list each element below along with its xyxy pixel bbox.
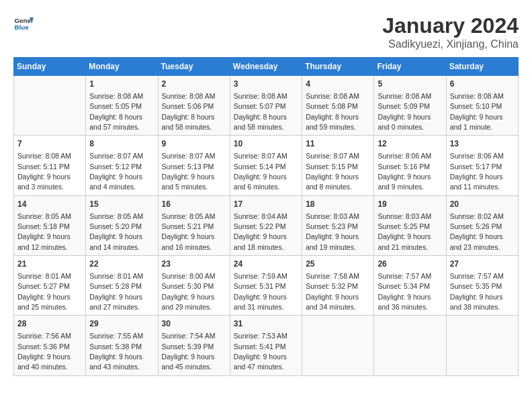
day-number: 28: [17, 318, 82, 330]
day-info: Sunrise: 8:08 AMSunset: 5:08 PMDaylight:…: [306, 92, 359, 131]
day-number: 13: [450, 138, 515, 150]
calendar-week-row: 1Sunrise: 8:08 AMSunset: 5:05 PMDaylight…: [14, 76, 519, 136]
calendar-cell: 27Sunrise: 7:57 AMSunset: 5:35 PMDayligh…: [446, 256, 518, 316]
day-info: Sunrise: 7:55 AMSunset: 5:38 PMDaylight:…: [89, 332, 143, 371]
day-info: Sunrise: 8:06 AMSunset: 5:16 PMDaylight:…: [378, 152, 431, 191]
calendar-cell: 25Sunrise: 7:58 AMSunset: 5:32 PMDayligh…: [302, 256, 374, 316]
day-of-week-header: Friday: [374, 58, 446, 76]
day-info: Sunrise: 7:59 AMSunset: 5:31 PMDaylight:…: [234, 272, 287, 311]
calendar-cell: 15Sunrise: 8:05 AMSunset: 5:20 PMDayligh…: [86, 195, 158, 255]
calendar-table: SundayMondayTuesdayWednesdayThursdayFrid…: [13, 57, 519, 376]
day-of-week-header: Sunday: [14, 58, 86, 76]
calendar-cell: 9Sunrise: 8:07 AMSunset: 5:13 PMDaylight…: [158, 136, 230, 195]
day-of-week-header: Saturday: [446, 58, 518, 76]
day-number: 12: [378, 138, 442, 150]
day-info: Sunrise: 8:05 AMSunset: 5:18 PMDaylight:…: [17, 212, 71, 251]
day-number: 7: [17, 138, 82, 150]
day-info: Sunrise: 7:57 AMSunset: 5:34 PMDaylight:…: [378, 272, 431, 311]
day-number: 29: [89, 318, 154, 330]
calendar-header: SundayMondayTuesdayWednesdayThursdayFrid…: [14, 58, 519, 76]
calendar-cell: 19Sunrise: 8:03 AMSunset: 5:25 PMDayligh…: [374, 195, 446, 255]
day-of-week-header: Monday: [86, 58, 158, 76]
day-number: 14: [17, 199, 82, 210]
calendar-cell: 14Sunrise: 8:05 AMSunset: 5:18 PMDayligh…: [14, 195, 86, 255]
page-subtitle: Sadikyuezi, Xinjiang, China: [382, 38, 519, 50]
day-number: 15: [89, 199, 154, 210]
day-number: 1: [89, 79, 154, 90]
calendar-cell: 26Sunrise: 7:57 AMSunset: 5:34 PMDayligh…: [374, 256, 446, 316]
calendar-cell: 6Sunrise: 8:08 AMSunset: 5:10 PMDaylight…: [446, 76, 518, 136]
calendar-cell: 1Sunrise: 8:08 AMSunset: 5:05 PMDaylight…: [86, 76, 158, 136]
calendar-cell: 18Sunrise: 8:03 AMSunset: 5:23 PMDayligh…: [302, 195, 374, 255]
day-info: Sunrise: 8:05 AMSunset: 5:21 PMDaylight:…: [162, 212, 216, 251]
calendar-cell: 17Sunrise: 8:04 AMSunset: 5:22 PMDayligh…: [230, 195, 302, 255]
day-info: Sunrise: 8:07 AMSunset: 5:12 PMDaylight:…: [89, 152, 143, 191]
day-number: 9: [162, 138, 226, 150]
day-info: Sunrise: 8:08 AMSunset: 5:11 PMDaylight:…: [17, 152, 71, 191]
day-number: 31: [234, 318, 298, 330]
calendar-cell: [446, 316, 518, 375]
day-info: Sunrise: 8:07 AMSunset: 5:14 PMDaylight:…: [234, 152, 287, 191]
calendar-body: 1Sunrise: 8:08 AMSunset: 5:05 PMDaylight…: [14, 76, 519, 376]
day-number: 22: [89, 259, 154, 270]
day-number: 8: [89, 138, 154, 150]
day-info: Sunrise: 8:05 AMSunset: 5:20 PMDaylight:…: [89, 212, 143, 251]
day-info: Sunrise: 8:08 AMSunset: 5:07 PMDaylight:…: [234, 92, 287, 131]
calendar-cell: [302, 316, 374, 375]
logo: General Blue: [13, 13, 34, 34]
calendar-cell: 2Sunrise: 8:08 AMSunset: 5:06 PMDaylight…: [158, 76, 230, 136]
calendar-cell: 20Sunrise: 8:02 AMSunset: 5:26 PMDayligh…: [446, 195, 518, 255]
day-number: 19: [378, 199, 442, 210]
day-number: 17: [234, 199, 298, 210]
day-info: Sunrise: 7:56 AMSunset: 5:36 PMDaylight:…: [17, 332, 71, 371]
logo-icon: General Blue: [13, 13, 34, 34]
calendar-cell: 11Sunrise: 8:07 AMSunset: 5:15 PMDayligh…: [302, 136, 374, 195]
day-info: Sunrise: 8:03 AMSunset: 5:23 PMDaylight:…: [306, 212, 359, 251]
svg-text:Blue: Blue: [15, 24, 30, 31]
calendar-cell: 22Sunrise: 8:01 AMSunset: 5:28 PMDayligh…: [86, 256, 158, 316]
day-info: Sunrise: 8:08 AMSunset: 5:06 PMDaylight:…: [162, 92, 216, 131]
calendar-cell: 28Sunrise: 7:56 AMSunset: 5:36 PMDayligh…: [14, 316, 86, 375]
day-number: 6: [450, 79, 515, 90]
day-number: 11: [306, 138, 370, 150]
day-number: 23: [162, 259, 226, 270]
calendar-cell: 16Sunrise: 8:05 AMSunset: 5:21 PMDayligh…: [158, 195, 230, 255]
calendar-cell: 31Sunrise: 7:53 AMSunset: 5:41 PMDayligh…: [230, 316, 302, 375]
calendar-cell: 21Sunrise: 8:01 AMSunset: 5:27 PMDayligh…: [14, 256, 86, 316]
day-number: 25: [306, 259, 370, 270]
day-info: Sunrise: 7:58 AMSunset: 5:32 PMDaylight:…: [306, 272, 359, 311]
day-number: 21: [17, 259, 82, 270]
day-of-week-header: Thursday: [302, 58, 374, 76]
calendar-cell: 23Sunrise: 8:00 AMSunset: 5:30 PMDayligh…: [158, 256, 230, 316]
calendar-week-row: 14Sunrise: 8:05 AMSunset: 5:18 PMDayligh…: [14, 195, 519, 255]
day-number: 10: [234, 138, 298, 150]
calendar-cell: 10Sunrise: 8:07 AMSunset: 5:14 PMDayligh…: [230, 136, 302, 195]
day-of-week-header: Tuesday: [158, 58, 230, 76]
day-number: 20: [450, 199, 515, 210]
calendar-cell: 7Sunrise: 8:08 AMSunset: 5:11 PMDaylight…: [14, 136, 86, 195]
day-info: Sunrise: 7:54 AMSunset: 5:39 PMDaylight:…: [162, 332, 216, 371]
calendar-cell: 30Sunrise: 7:54 AMSunset: 5:39 PMDayligh…: [158, 316, 230, 375]
calendar-cell: 24Sunrise: 7:59 AMSunset: 5:31 PMDayligh…: [230, 256, 302, 316]
title-block: January 2024 Sadikyuezi, Xinjiang, China: [382, 13, 519, 50]
day-info: Sunrise: 8:04 AMSunset: 5:22 PMDaylight:…: [234, 212, 287, 251]
day-info: Sunrise: 8:01 AMSunset: 5:28 PMDaylight:…: [89, 272, 143, 311]
day-info: Sunrise: 8:06 AMSunset: 5:17 PMDaylight:…: [450, 152, 504, 191]
day-info: Sunrise: 8:02 AMSunset: 5:26 PMDaylight:…: [450, 212, 504, 251]
page-header: General Blue January 2024 Sadikyuezi, Xi…: [13, 13, 519, 50]
day-info: Sunrise: 8:07 AMSunset: 5:13 PMDaylight:…: [162, 152, 216, 191]
calendar-cell: 5Sunrise: 8:08 AMSunset: 5:09 PMDaylight…: [374, 76, 446, 136]
calendar-week-row: 7Sunrise: 8:08 AMSunset: 5:11 PMDaylight…: [14, 136, 519, 195]
day-number: 3: [234, 79, 298, 90]
calendar-cell: 8Sunrise: 8:07 AMSunset: 5:12 PMDaylight…: [86, 136, 158, 195]
day-number: 2: [162, 79, 226, 90]
page-title: January 2024: [382, 13, 519, 38]
calendar-cell: 3Sunrise: 8:08 AMSunset: 5:07 PMDaylight…: [230, 76, 302, 136]
calendar-cell: 13Sunrise: 8:06 AMSunset: 5:17 PMDayligh…: [446, 136, 518, 195]
day-info: Sunrise: 7:57 AMSunset: 5:35 PMDaylight:…: [450, 272, 504, 311]
day-number: 24: [234, 259, 298, 270]
calendar-cell: [14, 76, 86, 136]
calendar-cell: [374, 316, 446, 375]
day-number: 26: [378, 259, 442, 270]
days-of-week-row: SundayMondayTuesdayWednesdayThursdayFrid…: [14, 58, 519, 76]
